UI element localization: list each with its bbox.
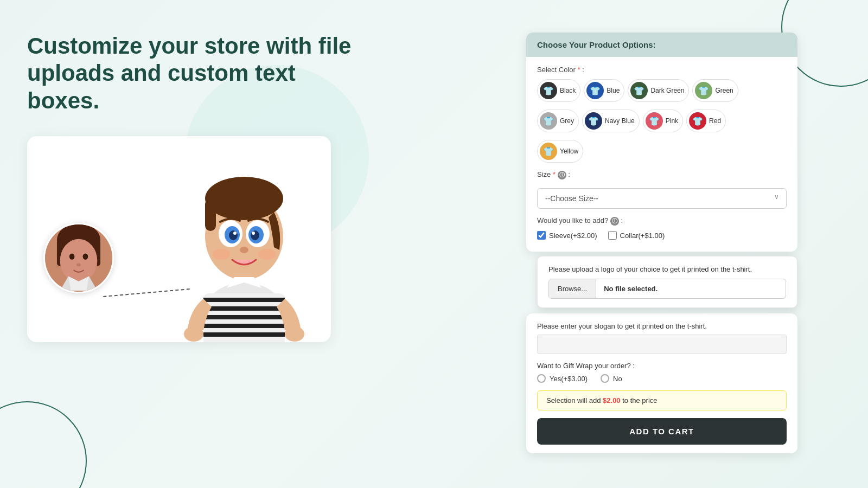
upload-label: Please upload a logo of your choice to g… bbox=[548, 265, 786, 273]
no-file-text: No file selected. bbox=[596, 279, 665, 298]
addon-section: Would you like to add? ⓘ : Sleeve(+$2.00… bbox=[537, 216, 787, 240]
svg-rect-13 bbox=[203, 324, 285, 328]
add-to-cart-button[interactable]: ADD TO CART bbox=[537, 418, 787, 445]
product-options-panel: Choose Your Product Options: Select Colo… bbox=[526, 33, 797, 252]
svg-point-25 bbox=[251, 230, 259, 240]
cartoon-avatar bbox=[174, 147, 315, 342]
svg-point-29 bbox=[258, 249, 276, 260]
panel-body: Select Color * : 👕 Black 👕 Blue bbox=[526, 57, 797, 252]
svg-rect-12 bbox=[203, 315, 285, 319]
radio-yes[interactable] bbox=[537, 374, 546, 383]
color-swatch-yellow: 👕 bbox=[540, 143, 557, 160]
color-option-red[interactable]: 👕 Red bbox=[686, 110, 726, 132]
svg-rect-14 bbox=[203, 332, 285, 337]
color-label-navy-blue: Navy Blue bbox=[605, 117, 635, 125]
color-swatch-green: 👕 bbox=[695, 82, 712, 99]
headline-line1: Customize your store with file bbox=[27, 33, 353, 60]
browse-button[interactable]: Browse... bbox=[549, 279, 596, 298]
price-notice: Selection will add $2.00 to the price bbox=[537, 390, 787, 410]
human-avatar bbox=[43, 223, 130, 331]
addon-sleeve[interactable]: Sleeve(+$2.00) bbox=[537, 231, 597, 240]
lower-panel: Please enter your slogan to get it print… bbox=[526, 313, 797, 453]
color-grid-row2: 👕 Grey 👕 Navy Blue 👕 Pink bbox=[537, 110, 787, 132]
collar-checkbox[interactable] bbox=[608, 231, 617, 240]
size-select[interactable]: --Choose Size-- XS S M L XL XXL bbox=[537, 188, 787, 209]
svg-point-31 bbox=[285, 326, 304, 342]
headline-line2: uploads and custom text boxes. bbox=[27, 60, 353, 114]
price-amount: $2.00 bbox=[603, 396, 621, 404]
gift-option-yes[interactable]: Yes(+$3.00) bbox=[537, 374, 588, 383]
color-swatch-dark-green: 👕 bbox=[630, 82, 648, 99]
color-label-green: Green bbox=[715, 87, 733, 94]
sleeve-label: Sleeve(+$2.00) bbox=[549, 232, 597, 240]
color-section-label: Select Color * : bbox=[537, 66, 787, 74]
color-option-dark-green[interactable]: 👕 Dark Green bbox=[628, 79, 689, 102]
gift-wrap-section: Want to Gift Wrap your order? : Yes(+$3.… bbox=[537, 362, 787, 383]
left-section: Customize your store with file uploads a… bbox=[27, 33, 353, 342]
color-swatch-navy-blue: 👕 bbox=[585, 112, 602, 130]
gift-yes-label: Yes(+$3.00) bbox=[550, 375, 588, 383]
decor-circle-bottom-left bbox=[0, 401, 87, 488]
slogan-label: Please enter your slogan to get it print… bbox=[537, 322, 787, 330]
color-option-black[interactable]: 👕 Black bbox=[537, 79, 580, 102]
color-option-yellow[interactable]: 👕 Yellow bbox=[537, 140, 583, 163]
color-swatch-black: 👕 bbox=[540, 82, 557, 99]
svg-point-30 bbox=[184, 326, 203, 342]
addon-options: Sleeve(+$2.00) Collar(+$1.00) bbox=[537, 231, 787, 240]
color-option-green[interactable]: 👕 Green bbox=[692, 79, 738, 102]
file-input-row: Browse... No file selected. bbox=[548, 279, 786, 299]
size-select-wrapper: --Choose Size-- XS S M L XL XXL bbox=[537, 185, 787, 209]
color-label-black: Black bbox=[560, 87, 576, 94]
human-face bbox=[43, 223, 114, 293]
color-swatch-red: 👕 bbox=[689, 112, 706, 130]
svg-point-4 bbox=[60, 239, 98, 282]
size-label: Size * ⓘ : bbox=[537, 170, 787, 179]
color-swatch-grey: 👕 bbox=[540, 112, 557, 130]
collar-label: Collar(+$1.00) bbox=[620, 232, 665, 240]
color-label-blue: Blue bbox=[607, 87, 620, 94]
size-section: Size * ⓘ : --Choose Size-- XS S M L XL X… bbox=[537, 170, 787, 209]
gift-option-no[interactable]: No bbox=[601, 374, 622, 383]
svg-point-22 bbox=[233, 232, 237, 235]
svg-point-27 bbox=[240, 247, 248, 253]
color-grid-row3: 👕 Yellow bbox=[537, 140, 787, 163]
sleeve-checkbox[interactable] bbox=[537, 231, 546, 240]
color-option-navy-blue[interactable]: 👕 Navy Blue bbox=[582, 110, 640, 132]
gift-no-label: No bbox=[613, 375, 622, 383]
svg-point-21 bbox=[229, 230, 238, 240]
svg-rect-10 bbox=[203, 298, 285, 302]
svg-point-7 bbox=[76, 264, 81, 267]
addon-label: Would you like to add? ⓘ : bbox=[537, 216, 787, 226]
color-swatch-pink: 👕 bbox=[646, 112, 663, 130]
svg-rect-18 bbox=[205, 198, 216, 231]
svg-point-17 bbox=[205, 177, 283, 220]
slogan-input[interactable] bbox=[537, 335, 787, 354]
radio-no[interactable] bbox=[601, 374, 609, 383]
color-label-red: Red bbox=[709, 117, 721, 125]
addon-info-icon[interactable]: ⓘ bbox=[610, 217, 619, 226]
gift-wrap-label: Want to Gift Wrap your order? : bbox=[537, 362, 787, 370]
size-required: * bbox=[553, 170, 556, 178]
addon-collar[interactable]: Collar(+$1.00) bbox=[608, 231, 665, 240]
size-info-icon[interactable]: ⓘ bbox=[558, 171, 566, 179]
svg-point-28 bbox=[213, 249, 230, 260]
right-section: Choose Your Product Options: Select Colo… bbox=[526, 33, 797, 453]
color-option-pink[interactable]: 👕 Pink bbox=[643, 110, 683, 132]
color-label-dark-green: Dark Green bbox=[650, 87, 684, 94]
svg-point-5 bbox=[69, 254, 75, 260]
panel-header: Choose Your Product Options: bbox=[526, 33, 797, 57]
color-label-yellow: Yellow bbox=[560, 147, 578, 155]
color-label-grey: Grey bbox=[560, 117, 574, 125]
color-required: * bbox=[577, 66, 580, 74]
demo-image-card bbox=[27, 136, 331, 342]
upload-card: Please upload a logo of your choice to g… bbox=[537, 256, 797, 308]
color-swatch-blue: 👕 bbox=[586, 82, 604, 99]
color-option-grey[interactable]: 👕 Grey bbox=[537, 110, 579, 132]
gift-options: Yes(+$3.00) No bbox=[537, 374, 787, 383]
color-grid: 👕 Black 👕 Blue 👕 Dark Green bbox=[537, 79, 787, 102]
color-option-blue[interactable]: 👕 Blue bbox=[584, 79, 624, 102]
svg-point-6 bbox=[83, 254, 88, 260]
price-notice-prefix: Selection will add bbox=[546, 396, 603, 404]
headline: Customize your store with file uploads a… bbox=[27, 33, 353, 114]
svg-point-26 bbox=[252, 232, 255, 235]
